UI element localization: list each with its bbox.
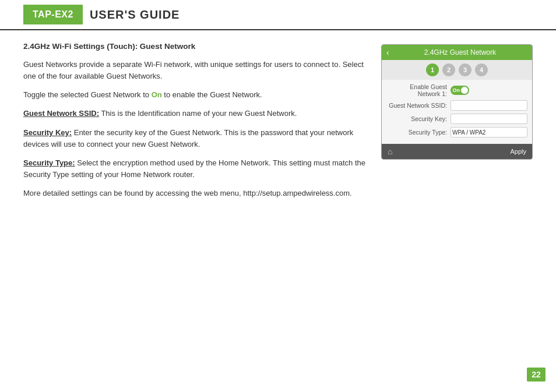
ssid-label: Guest Network SSID:	[386, 102, 451, 109]
para3-label: Guest Network SSID:	[23, 109, 99, 118]
ssid-input[interactable]	[451, 100, 527, 111]
section-title-suffix: : Guest Network	[135, 42, 196, 51]
para2: Toggle the selected Guest Network to On …	[23, 89, 370, 101]
section-title: 2.4GHz Wi-Fi Settings (Touch): Guest Net…	[23, 42, 370, 51]
key-label: Security Key:	[386, 115, 451, 122]
ssid-row: Guest Network SSID:	[386, 100, 527, 111]
para5: Security Type: Select the encryption met…	[23, 157, 370, 181]
apply-button[interactable]: Apply	[510, 148, 526, 155]
device-tab-3[interactable]: 3	[459, 63, 471, 76]
device-tab-1[interactable]: 1	[426, 63, 439, 76]
device-tabs: 1 2 3 4	[382, 60, 532, 80]
para2-prefix: Toggle the selected Guest Network to	[23, 90, 152, 99]
para2-highlight: On	[152, 90, 162, 99]
device-form: Enable Guest Network 1: On Guest Network…	[382, 80, 532, 144]
device-header: ‹ 2.4GHz Guest Network	[382, 45, 532, 60]
para5-label: Security Type:	[23, 158, 75, 167]
enable-label: Enable Guest Network 1:	[386, 83, 451, 97]
toggle-text: On	[453, 87, 460, 93]
enable-row: Enable Guest Network 1: On	[386, 83, 527, 97]
page-title: USER'S GUIDE	[90, 8, 180, 22]
section-title-bold: 2.4GHz Wi-Fi Settings (Touch)	[23, 42, 135, 51]
device-footer: ⌂ Apply	[382, 144, 532, 159]
para5-text: Select the encryption method used by the…	[23, 158, 365, 179]
device-mockup: ‹ 2.4GHz Guest Network 1 2 3 4 Enable Gu…	[381, 44, 533, 206]
text-section: 2.4GHz Wi-Fi Settings (Touch): Guest Net…	[23, 42, 370, 206]
type-select[interactable]: WPA / WPA2	[451, 127, 527, 137]
para6: More detailed settings can be found by a…	[23, 188, 370, 199]
para4: Security Key: Enter the security key of …	[23, 127, 370, 150]
para1: Guest Networks provide a separate Wi-Fi …	[23, 59, 370, 82]
brand-logo: TAP-EX2	[23, 5, 83, 24]
toggle-circle	[461, 87, 468, 94]
para2-suffix: to enable the Guest Network.	[162, 90, 262, 99]
device-tab-2[interactable]: 2	[442, 63, 455, 76]
enable-toggle[interactable]: On	[451, 86, 469, 95]
para3-text: This is the Identification name of your …	[99, 109, 297, 118]
type-label: Security Type:	[386, 129, 451, 136]
para3: Guest Network SSID: This is the Identifi…	[23, 108, 370, 119]
page-header: TAP-EX2 USER'S GUIDE	[0, 0, 556, 30]
device-screen: ‹ 2.4GHz Guest Network 1 2 3 4 Enable Gu…	[381, 44, 533, 160]
back-arrow-icon[interactable]: ‹	[386, 48, 389, 57]
page-footer: 22	[527, 368, 546, 382]
device-tab-4[interactable]: 4	[475, 63, 488, 76]
para4-text: Enter the security key of the Guest Netw…	[23, 128, 353, 149]
main-content: 2.4GHz Wi-Fi Settings (Touch): Guest Net…	[0, 30, 556, 212]
key-input[interactable]	[451, 114, 527, 124]
device-screen-title: 2.4GHz Guest Network	[393, 48, 527, 56]
para4-label: Security Key:	[23, 128, 72, 137]
page-number: 22	[527, 368, 546, 382]
key-row: Security Key:	[386, 114, 527, 124]
type-value: WPA / WPA2	[452, 129, 485, 136]
type-row: Security Type: WPA / WPA2	[386, 127, 527, 137]
home-icon[interactable]: ⌂	[388, 147, 392, 156]
